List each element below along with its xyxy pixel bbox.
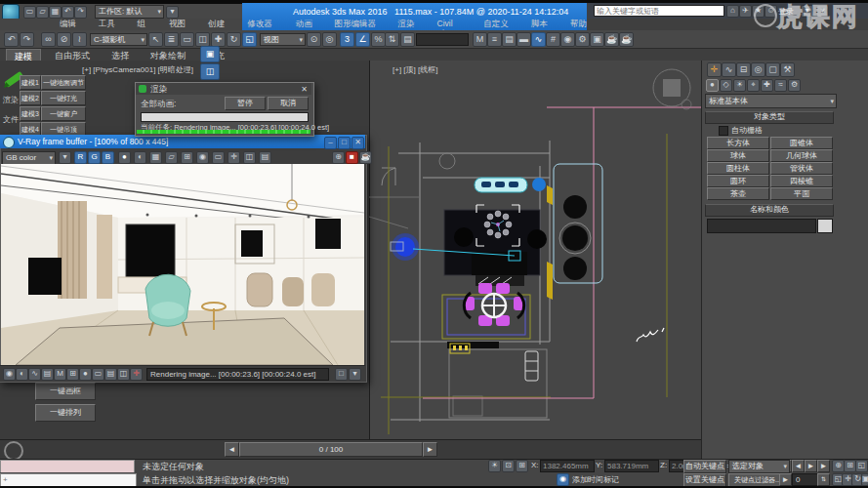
menu-customize[interactable]: 自定义(U) bbox=[478, 19, 522, 30]
menu-group[interactable]: 组(G) bbox=[132, 19, 161, 30]
frame-spinner[interactable]: ⇅ bbox=[817, 473, 830, 486]
menu-animation[interactable]: 动画(A) bbox=[291, 19, 327, 30]
object-name-field[interactable] bbox=[707, 219, 816, 233]
schematic-view-icon[interactable]: # bbox=[546, 32, 560, 47]
selection-filter-dropdown[interactable]: C-摄影机 bbox=[90, 33, 147, 46]
vfb-pixel-info-icon[interactable]: ▭ bbox=[92, 368, 104, 381]
vfb-exposure-icon[interactable]: ◐ bbox=[16, 368, 28, 381]
next-frame-button[interactable]: ► bbox=[817, 460, 830, 472]
hierarchy-tab-icon[interactable]: ⊟ bbox=[736, 62, 751, 77]
vfb-minimize-icon[interactable]: – bbox=[324, 137, 337, 149]
vfb-stop-render-icon[interactable]: ■ bbox=[346, 151, 358, 164]
maximize-viewport-icon[interactable]: ▣ bbox=[861, 473, 868, 486]
plugin-onekey-frame-button[interactable]: 一键画框 bbox=[35, 383, 96, 400]
bind-spacewarp-icon[interactable]: ≀ bbox=[72, 32, 87, 47]
reference-coord-dropdown[interactable]: 视图 bbox=[260, 33, 306, 46]
workspace-extra-icon[interactable]: ▾ bbox=[166, 6, 179, 19]
object-type-rollout[interactable]: 对象类型 bbox=[705, 111, 834, 124]
use-pivot-center-icon[interactable]: ⊙ bbox=[307, 32, 321, 47]
select-by-name-icon[interactable]: ≣ bbox=[164, 32, 179, 47]
render-production-icon[interactable]: ☕ bbox=[604, 32, 619, 47]
render-dialog-close-icon[interactable]: ✕ bbox=[298, 84, 310, 97]
plugin-modeling3-button[interactable]: 建模3 bbox=[20, 106, 41, 121]
edit-named-selection-icon[interactable]: ▤ bbox=[400, 32, 415, 47]
utilities-tab-icon[interactable]: ⚒ bbox=[780, 62, 795, 77]
current-frame-field[interactable]: 0 bbox=[792, 473, 820, 486]
workspace-dropdown[interactable]: 工作区: 默认 bbox=[95, 5, 164, 19]
menu-civil-view[interactable]: Civil View bbox=[433, 19, 476, 30]
vfb-maximize-icon[interactable]: □ bbox=[338, 137, 351, 149]
vfb-clear-icon[interactable]: ◉ bbox=[196, 151, 209, 164]
time-slider-next-arrow[interactable]: ► bbox=[423, 442, 437, 457]
crossing-selection-icon[interactable]: ◫ bbox=[195, 32, 210, 47]
object-color-swatch[interactable] bbox=[817, 219, 833, 233]
camera-viewport-label[interactable]: [+] [PhysCamera001] [明暗处理] bbox=[82, 64, 193, 75]
plugin-onekey-floor-button[interactable]: 一键地面调节 bbox=[41, 75, 86, 90]
vfb-dock-icon[interactable]: □ bbox=[335, 368, 348, 381]
maxscript-mini-listener-input[interactable]: + bbox=[0, 473, 137, 487]
vfb-save-image-icon[interactable]: ▦ bbox=[149, 151, 162, 164]
vfb-region-render-icon[interactable]: ▭ bbox=[212, 151, 225, 164]
absolute-mode-icon[interactable]: ⊞ bbox=[516, 460, 528, 472]
plugin-onekey-light-button[interactable]: 一键灯光 bbox=[41, 91, 86, 105]
auto-key-button[interactable]: 自动关键点 bbox=[683, 460, 726, 473]
selection-set-dropdown[interactable]: 选定对象 bbox=[728, 460, 790, 473]
cameras-category-icon[interactable]: ⌖ bbox=[747, 79, 760, 92]
vfb-options-icon[interactable]: ▾ bbox=[349, 368, 361, 381]
viewcube[interactable] bbox=[648, 66, 695, 113]
vfb-load-image-icon[interactable]: ▱ bbox=[165, 151, 178, 164]
search-icon[interactable]: ⌂ bbox=[726, 5, 739, 18]
vfb-close-icon[interactable]: ✕ bbox=[351, 137, 364, 149]
helpers-category-icon[interactable]: ✚ bbox=[761, 79, 773, 92]
autogrid-checkbox[interactable] bbox=[719, 126, 728, 136]
spinner-snap-icon[interactable]: ⇅ bbox=[385, 32, 399, 47]
vfb-fx-icon[interactable]: ◉ bbox=[3, 368, 16, 381]
material-editor-icon[interactable]: ◉ bbox=[560, 32, 575, 47]
cylinder-button[interactable]: 圆柱体 bbox=[707, 162, 769, 175]
teapot-button[interactable]: 茶壶 bbox=[707, 187, 769, 200]
geometry-category-icon[interactable]: ● bbox=[706, 79, 719, 92]
tube-button[interactable]: 管状体 bbox=[770, 162, 833, 175]
key-mode-toggle-button[interactable]: ► bbox=[779, 473, 792, 486]
rectangular-region-icon[interactable]: ▭ bbox=[180, 32, 194, 47]
ribbon-toggle-icon[interactable]: ▬ bbox=[517, 32, 531, 47]
menu-modifiers[interactable]: 修改器(M) bbox=[242, 19, 287, 30]
vfb-vray-lens-icon[interactable]: ▾ bbox=[59, 151, 71, 164]
selection-lock-icon[interactable]: ⊡ bbox=[502, 460, 515, 472]
menu-views[interactable]: 视图(V) bbox=[164, 19, 200, 30]
vfb-debug-icon[interactable]: ✛ bbox=[130, 368, 143, 381]
play-button[interactable]: ► bbox=[805, 460, 817, 472]
render-iterative-icon[interactable]: ☕ bbox=[619, 32, 634, 47]
box-button[interactable]: 长方体 bbox=[707, 137, 769, 149]
trackbar-tool-icon[interactable] bbox=[4, 441, 23, 461]
set-key-button[interactable]: 设置关键点 bbox=[683, 473, 726, 487]
select-link-icon[interactable]: ∞ bbox=[41, 32, 56, 47]
y-coordinate-field[interactable]: 583.719mm bbox=[604, 460, 659, 472]
menu-rendering[interactable]: 渲染(R) bbox=[393, 19, 429, 30]
plugin-side-render[interactable]: 渲染 bbox=[3, 96, 15, 104]
plugin-modeling2-button[interactable]: 建模2 bbox=[20, 91, 41, 105]
add-time-tag[interactable]: 添加时间标记 bbox=[572, 474, 619, 485]
menu-edit[interactable]: 编辑(E) bbox=[55, 19, 91, 30]
menu-scripting[interactable]: 脚本(S) bbox=[526, 19, 562, 30]
vfb-bloom-icon[interactable]: ● bbox=[79, 368, 92, 381]
vfb-render-last-icon[interactable]: ☕ bbox=[359, 151, 372, 164]
select-scale-icon[interactable]: ◱ bbox=[242, 32, 257, 47]
cone-button[interactable]: 圆锥体 bbox=[770, 137, 833, 149]
vfb-blue-channel-icon[interactable]: B bbox=[102, 151, 114, 164]
vfb-clipboard-icon[interactable]: ⊞ bbox=[181, 151, 193, 164]
vfb-magnify-icon[interactable]: ⊕ bbox=[332, 151, 345, 164]
vfb-history-icon[interactable]: ▤ bbox=[259, 151, 271, 164]
plugin-side-file[interactable]: 文件 bbox=[3, 115, 15, 124]
snap-toggle-3d-icon[interactable]: 3 bbox=[340, 32, 354, 47]
unlink-icon[interactable]: ⊘ bbox=[57, 32, 71, 47]
select-move-icon[interactable]: ✚ bbox=[211, 32, 226, 47]
open-file-icon[interactable]: ▱ bbox=[36, 6, 49, 19]
floating-tool-icon-1[interactable]: ▣ bbox=[200, 46, 220, 62]
rendered-frame-window-icon[interactable]: ▣ bbox=[590, 32, 604, 47]
vfb-curves-icon[interactable]: ∿ bbox=[28, 368, 41, 381]
curve-editor-icon[interactable]: ∿ bbox=[531, 32, 546, 47]
save-file-icon[interactable]: ▦ bbox=[49, 6, 62, 19]
vfb-levels-icon[interactable]: ▤ bbox=[41, 368, 54, 381]
key-filters-button[interactable]: 关键点过滤器... bbox=[728, 473, 787, 487]
